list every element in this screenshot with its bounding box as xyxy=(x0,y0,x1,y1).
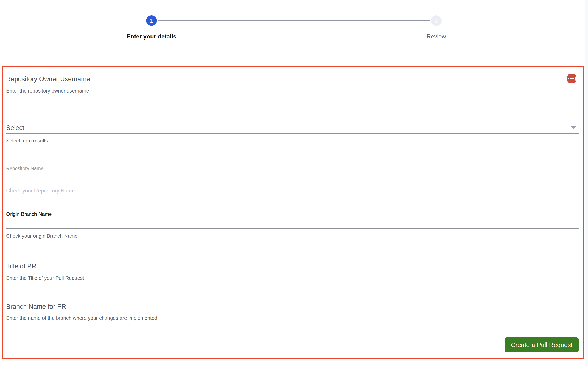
password-manager-icon[interactable] xyxy=(567,74,576,83)
pr-branch-underline xyxy=(6,311,579,311)
repository-name-helper: Check your Repository Name xyxy=(6,188,75,194)
stepper-connector-line xyxy=(158,20,430,21)
repository-owner-input[interactable]: Repository Owner Username xyxy=(6,75,90,83)
pr-branch-helper: Enter the name of the branch where your … xyxy=(6,315,157,321)
step-1-number: 1 xyxy=(150,17,153,24)
repository-owner-helper: Enter the repository owner username xyxy=(6,88,89,94)
select-underline xyxy=(6,133,579,134)
select-input[interactable]: Select xyxy=(6,124,24,132)
pr-title-helper: Enter the Title of your Pull Request xyxy=(6,275,84,281)
chevron-down-icon[interactable] xyxy=(571,126,576,129)
create-pull-request-button[interactable]: Create a Pull Request xyxy=(505,337,579,352)
scrollbar-track[interactable] xyxy=(585,0,588,366)
step-1-label: Enter your details xyxy=(99,33,204,40)
pr-branch-input[interactable]: Branch Name for PR xyxy=(6,303,66,311)
password-manager-icon-bar xyxy=(575,76,576,81)
pr-title-underline xyxy=(6,271,579,271)
pull-request-form: Repository Owner Username Enter the repo… xyxy=(2,66,584,359)
origin-branch-input[interactable] xyxy=(6,218,579,228)
origin-branch-label: Origin Branch Name xyxy=(6,211,52,217)
repository-owner-underline xyxy=(6,85,579,85)
pr-title-input[interactable]: Title of PR xyxy=(6,262,36,270)
step-2-indicator[interactable]: 2 xyxy=(431,15,441,26)
password-manager-icon-dot xyxy=(568,78,569,79)
page: 1 2 Enter your details Review Repository… xyxy=(0,0,588,366)
step-1-indicator[interactable]: 1 xyxy=(146,15,157,26)
select-helper: Select from results xyxy=(6,138,48,144)
repository-name-underline xyxy=(6,183,579,183)
repository-name-label: Repository Name xyxy=(6,166,44,171)
origin-branch-underline xyxy=(6,228,579,229)
password-manager-icon-dot xyxy=(570,78,572,79)
step-2-label: Review xyxy=(384,33,489,40)
step-2-number: 2 xyxy=(435,17,438,24)
password-manager-icon-dot xyxy=(573,78,574,79)
repository-name-input[interactable] xyxy=(6,172,579,183)
origin-branch-helper: Check your origin Branch Name xyxy=(6,233,78,239)
